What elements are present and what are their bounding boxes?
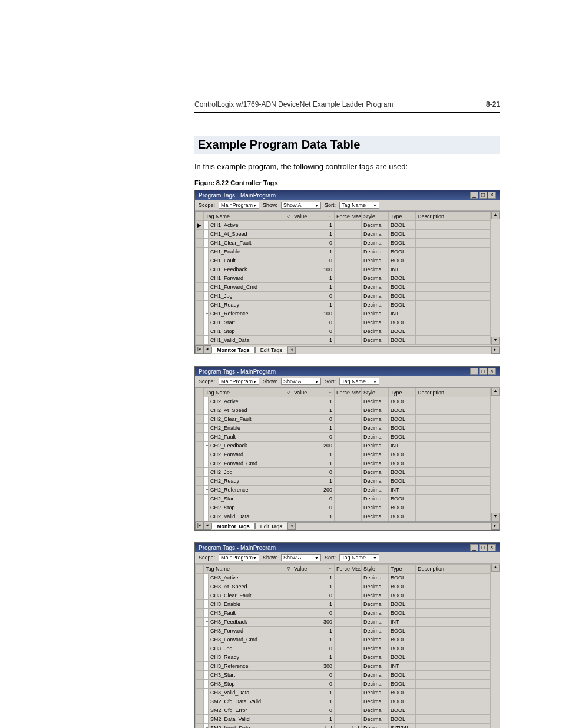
cell-forcemask[interactable] bbox=[335, 459, 362, 468]
row-selector[interactable] bbox=[196, 274, 204, 283]
cell-value[interactable]: 0 bbox=[292, 292, 335, 301]
table-row[interactable]: CH1_Forward1DecimalBOOL bbox=[196, 274, 491, 283]
cell-description[interactable] bbox=[416, 477, 491, 486]
titlebar[interactable]: Program Tags - MainProgram_□× bbox=[195, 367, 500, 376]
cell-value[interactable]: 1 bbox=[292, 512, 335, 521]
cell-style[interactable]: Decimal bbox=[362, 239, 389, 248]
cell-description[interactable] bbox=[416, 336, 491, 345]
cell-style[interactable]: Decimal bbox=[362, 459, 389, 468]
cell-style[interactable]: Decimal bbox=[362, 486, 389, 495]
cell-value[interactable]: 1 bbox=[292, 301, 335, 309]
close-button[interactable]: × bbox=[488, 544, 496, 551]
tab-edit-tags[interactable]: Edit Tags bbox=[255, 523, 287, 529]
cell-style[interactable]: Decimal bbox=[362, 609, 389, 618]
cell-value[interactable]: 1 bbox=[292, 283, 335, 292]
table-row[interactable]: CH1_Clear_Fault0DecimalBOOL bbox=[196, 239, 491, 248]
minimize-button[interactable]: _ bbox=[470, 192, 478, 199]
cell-forcemask[interactable] bbox=[335, 653, 362, 662]
cell-description[interactable] bbox=[416, 239, 491, 248]
cell-forcemask[interactable] bbox=[335, 591, 362, 600]
cell-style[interactable]: Decimal bbox=[362, 230, 389, 239]
cell-style[interactable]: Decimal bbox=[362, 644, 389, 653]
table-row[interactable]: CH3_At_Speed1DecimalBOOL bbox=[196, 582, 491, 591]
cell-description[interactable] bbox=[416, 406, 491, 415]
col-header-value[interactable]: Value← bbox=[292, 388, 335, 397]
table-row[interactable]: CH2_Enable1DecimalBOOL bbox=[196, 424, 491, 433]
cell-forcemask[interactable] bbox=[335, 327, 362, 336]
cell-style[interactable]: Decimal bbox=[362, 582, 389, 591]
cell-forcemask[interactable] bbox=[335, 600, 362, 609]
cell-description[interactable] bbox=[416, 221, 491, 230]
table-row[interactable]: +CH3_Reference300DecimalINT bbox=[196, 662, 491, 671]
cell-value[interactable]: 0 bbox=[292, 256, 335, 265]
table-row[interactable]: CH1_Valid_Data1DecimalBOOL bbox=[196, 336, 491, 345]
cell-description[interactable] bbox=[416, 318, 491, 327]
cell-description[interactable] bbox=[416, 433, 491, 442]
cell-style[interactable]: Decimal bbox=[362, 671, 389, 680]
cell-value[interactable]: 1 bbox=[292, 635, 335, 644]
col-header-description[interactable]: Description bbox=[416, 565, 491, 574]
cell-forcemask[interactable] bbox=[335, 433, 362, 442]
cell-value[interactable]: 300 bbox=[292, 662, 335, 671]
row-selector[interactable] bbox=[196, 265, 204, 274]
cell-forcemask[interactable] bbox=[335, 689, 362, 697]
cell-description[interactable] bbox=[416, 582, 491, 591]
row-selector[interactable] bbox=[196, 248, 204, 256]
cell-value[interactable]: {...} bbox=[292, 724, 335, 729]
cell-description[interactable] bbox=[416, 292, 491, 301]
row-selector[interactable] bbox=[196, 618, 204, 627]
cell-forcemask[interactable] bbox=[335, 415, 362, 424]
table-row[interactable]: CH1_Stop0DecimalBOOL bbox=[196, 327, 491, 336]
cell-forcemask[interactable] bbox=[335, 221, 362, 230]
row-selector[interactable] bbox=[196, 230, 204, 239]
col-header-tagname[interactable]: Tag Name▽ bbox=[204, 388, 292, 397]
row-selector[interactable] bbox=[196, 706, 204, 715]
expand-toggle[interactable]: + bbox=[204, 618, 209, 627]
cell-value[interactable]: 1 bbox=[292, 600, 335, 609]
table-row[interactable]: CH2_Valid_Data1DecimalBOOL bbox=[196, 512, 491, 521]
row-selector[interactable] bbox=[196, 582, 204, 591]
horizontal-scrollbar[interactable]: ◂▸ bbox=[287, 347, 500, 354]
tab-monitor-tags[interactable]: Monitor Tags bbox=[211, 523, 255, 529]
row-selector[interactable] bbox=[196, 450, 204, 459]
combo[interactable]: Show All▼ bbox=[281, 554, 321, 561]
cell-value[interactable]: 1 bbox=[292, 397, 335, 406]
row-selector[interactable] bbox=[196, 689, 204, 697]
cell-description[interactable] bbox=[416, 274, 491, 283]
table-row[interactable]: CH1_Ready1DecimalBOOL bbox=[196, 301, 491, 309]
cell-description[interactable] bbox=[416, 609, 491, 618]
vertical-scrollbar[interactable]: ▲▼ bbox=[491, 211, 500, 345]
cell-description[interactable] bbox=[416, 283, 491, 292]
cell-forcemask[interactable] bbox=[335, 230, 362, 239]
table-row[interactable]: CH3_Forward_Cmd1DecimalBOOL bbox=[196, 635, 491, 644]
scroll-left-icon[interactable]: ◂ bbox=[287, 523, 296, 530]
cell-value[interactable]: 1 bbox=[292, 653, 335, 662]
table-row[interactable]: SM2_Cfg_Error0DecimalBOOL bbox=[196, 706, 491, 715]
cell-forcemask[interactable] bbox=[335, 424, 362, 433]
cell-forcemask[interactable] bbox=[335, 442, 362, 450]
row-selector[interactable] bbox=[196, 336, 204, 345]
cell-style[interactable]: Decimal bbox=[362, 495, 389, 503]
cell-style[interactable]: Decimal bbox=[362, 248, 389, 256]
tab-edit-tags[interactable]: Edit Tags bbox=[255, 347, 287, 353]
cell-value[interactable]: 1 bbox=[292, 477, 335, 486]
cell-style[interactable]: Decimal bbox=[362, 653, 389, 662]
cell-description[interactable] bbox=[416, 503, 491, 512]
row-selector[interactable] bbox=[196, 653, 204, 662]
vertical-scrollbar[interactable]: ▲▼ bbox=[491, 564, 500, 728]
cell-style[interactable]: Decimal bbox=[362, 591, 389, 600]
combo[interactable]: Tag Name▼ bbox=[339, 554, 379, 561]
cell-style[interactable]: Decimal bbox=[362, 301, 389, 309]
combo[interactable]: MainProgram▼ bbox=[219, 554, 259, 561]
cell-forcemask[interactable] bbox=[335, 582, 362, 591]
table-row[interactable]: CH2_Ready1DecimalBOOL bbox=[196, 477, 491, 486]
cell-description[interactable] bbox=[416, 715, 491, 724]
cell-description[interactable] bbox=[416, 415, 491, 424]
scroll-left-icon[interactable]: ◂ bbox=[287, 347, 296, 354]
combo[interactable]: MainProgram▼ bbox=[219, 378, 259, 385]
cell-forcemask[interactable] bbox=[335, 486, 362, 495]
cell-forcemask[interactable] bbox=[335, 635, 362, 644]
scroll-up-icon[interactable]: ▲ bbox=[491, 387, 500, 396]
cell-description[interactable] bbox=[416, 689, 491, 697]
table-row[interactable]: SM2_Data_Valid1DecimalBOOL bbox=[196, 715, 491, 724]
